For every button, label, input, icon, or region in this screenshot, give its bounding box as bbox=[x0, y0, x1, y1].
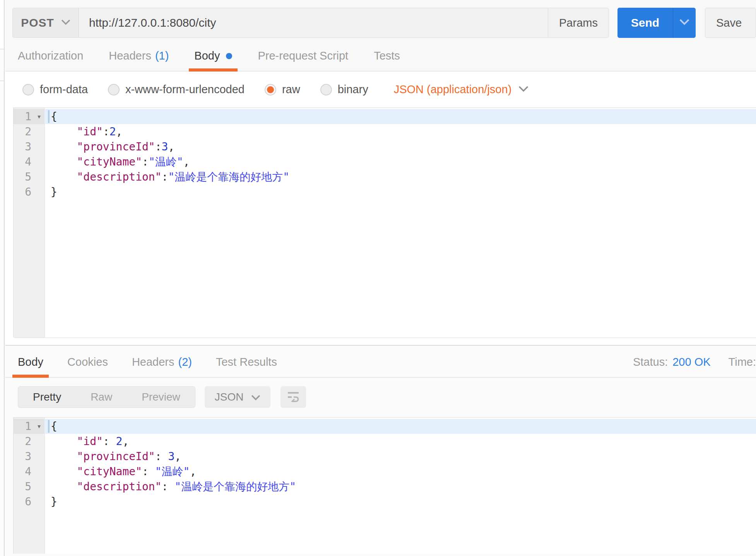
content-type-select[interactable]: JSON (application/json) bbox=[394, 83, 529, 96]
response-language-label: JSON bbox=[215, 391, 244, 403]
tab-label: Cookies bbox=[67, 356, 108, 368]
code-line-content[interactable]: "description": "温岭是个靠海的好地方" bbox=[44, 479, 756, 494]
response-body-editor[interactable]: 1▾{2 "id": 2,3 "provinceId": 3,4 "cityNa… bbox=[13, 417, 756, 554]
word-wrap-icon bbox=[287, 391, 300, 404]
tab-tests[interactable]: Tests bbox=[374, 49, 400, 71]
body-mode-raw[interactable]: raw bbox=[265, 83, 300, 96]
response-tab-cookies[interactable]: Cookies bbox=[67, 356, 108, 377]
radio-label: raw bbox=[282, 83, 300, 96]
request-tabs: Authorization Headers (1) Body Pre-reque… bbox=[5, 38, 756, 72]
tab-label: Authorization bbox=[18, 49, 83, 62]
radio-icon bbox=[22, 84, 34, 96]
code-line: 2 "id":2, bbox=[14, 124, 756, 139]
collapsed-sidebar-edge bbox=[0, 0, 5, 556]
radio-label: form-data bbox=[40, 83, 88, 96]
tab-label: Test Results bbox=[216, 356, 277, 368]
code-line-content[interactable]: "provinceId":3, bbox=[44, 139, 756, 154]
tab-body[interactable]: Body bbox=[194, 49, 232, 71]
code-line: 4 "cityName": "温岭", bbox=[14, 464, 756, 479]
params-button[interactable]: Params bbox=[548, 8, 609, 38]
chevron-down-icon bbox=[679, 19, 689, 27]
response-panel: Body Cookies Headers (2) Test Results St… bbox=[5, 346, 756, 556]
code-line-content[interactable]: } bbox=[44, 494, 756, 509]
code-line-content[interactable]: "description":"温岭是个靠海的好地方" bbox=[44, 169, 756, 184]
body-type-selector: form-data x-www-form-urlencoded raw bina… bbox=[5, 72, 756, 107]
code-line: 5 "description":"温岭是个靠海的好地方" bbox=[14, 169, 756, 184]
tab-label: Headers bbox=[109, 49, 151, 62]
code-line-content[interactable]: } bbox=[44, 184, 756, 200]
response-tab-body[interactable]: Body bbox=[18, 356, 43, 377]
response-tab-headers[interactable]: Headers (2) bbox=[132, 356, 192, 377]
request-header: POST Params Send bbox=[5, 0, 756, 72]
body-filled-indicator-dot bbox=[226, 53, 232, 59]
word-wrap-button[interactable] bbox=[281, 386, 306, 408]
send-button[interactable]: Send bbox=[617, 8, 696, 38]
line-number: 5 bbox=[14, 169, 44, 184]
content-type-label: JSON (application/json) bbox=[394, 83, 512, 96]
code-line-content[interactable]: "provinceId": 3, bbox=[44, 449, 756, 464]
view-raw-button[interactable]: Raw bbox=[76, 387, 127, 408]
response-tabs: Body Cookies Headers (2) Test Results St… bbox=[5, 346, 756, 378]
body-mode-x-www-form-urlencoded[interactable]: x-www-form-urlencoded bbox=[108, 83, 245, 96]
sidebar-edge-segment bbox=[0, 0, 4, 49]
view-preview-button[interactable]: Preview bbox=[127, 387, 195, 408]
line-number: 1▾ bbox=[14, 109, 44, 124]
url-input[interactable] bbox=[79, 8, 548, 38]
code-line: 3 "provinceId": 3, bbox=[14, 449, 756, 464]
line-number: 6 bbox=[14, 494, 44, 509]
request-response-panel: POST Params Send bbox=[5, 0, 756, 556]
save-button-label: Save bbox=[716, 17, 742, 29]
radio-label: binary bbox=[338, 83, 368, 96]
line-number: 4 bbox=[14, 154, 44, 169]
status-label: Status: bbox=[633, 356, 668, 368]
app-window: POST Params Send bbox=[0, 0, 756, 556]
save-button[interactable]: Save bbox=[705, 8, 756, 38]
fold-toggle-icon[interactable]: ▾ bbox=[37, 419, 41, 434]
body-mode-binary[interactable]: binary bbox=[320, 83, 368, 96]
body-mode-form-data[interactable]: form-data bbox=[22, 83, 88, 96]
tab-count-badge: (1) bbox=[155, 49, 169, 62]
view-pretty-button[interactable]: Pretty bbox=[18, 387, 76, 408]
code-line-content[interactable]: { bbox=[44, 109, 756, 124]
params-button-label: Params bbox=[559, 17, 598, 29]
code-line-content[interactable]: "cityName": "温岭", bbox=[44, 464, 756, 479]
http-method-label: POST bbox=[21, 16, 54, 29]
line-number: 6 bbox=[14, 184, 44, 200]
tab-label: Body bbox=[18, 356, 43, 368]
tab-headers[interactable]: Headers (1) bbox=[109, 49, 169, 71]
response-language-select[interactable]: JSON bbox=[205, 386, 271, 408]
send-button-label[interactable]: Send bbox=[617, 8, 673, 38]
line-number: 3 bbox=[14, 139, 44, 154]
code-line: 3 "provinceId":3, bbox=[14, 139, 756, 154]
sidebar-edge-segment bbox=[0, 49, 4, 81]
line-number: 3 bbox=[14, 449, 44, 464]
response-status-bar: Status: 200 OK Time: bbox=[633, 356, 756, 377]
chevron-down-icon bbox=[251, 391, 260, 403]
radio-label: x-www-form-urlencoded bbox=[125, 83, 245, 96]
fold-toggle-icon[interactable]: ▾ bbox=[37, 109, 41, 124]
code-line: 2 "id": 2, bbox=[14, 434, 756, 449]
line-number: 5 bbox=[14, 479, 44, 494]
radio-icon bbox=[108, 84, 120, 96]
tab-label: Pre-request Script bbox=[258, 49, 348, 62]
code-line-content[interactable]: "id": 2, bbox=[44, 434, 756, 449]
request-body-editor[interactable]: 1▾{2 "id":2,3 "provinceId":3,4 "cityName… bbox=[13, 107, 756, 338]
tab-authorization[interactable]: Authorization bbox=[18, 49, 83, 71]
response-view-toggle: Pretty Raw Preview bbox=[18, 386, 195, 408]
code-line-content[interactable]: "cityName":"温岭", bbox=[44, 154, 756, 169]
chevron-down-icon bbox=[61, 19, 70, 27]
code-line-content[interactable]: "id":2, bbox=[44, 124, 756, 139]
http-method-select[interactable]: POST bbox=[12, 8, 79, 38]
code-line: 6} bbox=[14, 494, 756, 509]
line-number: 2 bbox=[14, 124, 44, 139]
send-options-caret[interactable] bbox=[673, 8, 696, 38]
chevron-down-icon bbox=[518, 86, 529, 94]
line-number: 4 bbox=[14, 464, 44, 479]
tab-label: Body bbox=[194, 49, 220, 62]
time-label: Time: bbox=[729, 356, 756, 368]
code-line-content[interactable]: { bbox=[44, 419, 756, 434]
request-url-row: POST Params Send bbox=[12, 8, 756, 38]
tab-pre-request-script[interactable]: Pre-request Script bbox=[258, 49, 348, 71]
radio-icon bbox=[320, 84, 332, 96]
response-tab-test-results[interactable]: Test Results bbox=[216, 356, 277, 377]
